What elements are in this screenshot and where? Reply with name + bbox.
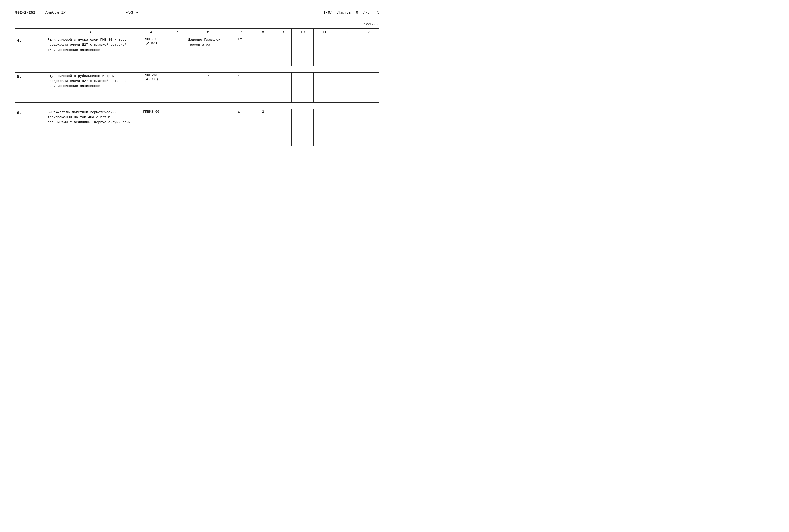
code-cell: ЯПП-I5 (АI52) (134, 36, 169, 66)
sheet-num: 5 (377, 11, 380, 15)
col-header-10: IO (292, 28, 314, 36)
col12-cell (335, 72, 358, 102)
unit-cell: шт. (230, 109, 252, 146)
col9-cell (274, 72, 291, 102)
col5-cell (169, 72, 186, 102)
description-cell: Ящик силовой с пускателем ПНВ-30 и тремя… (46, 36, 134, 66)
supplier-cell: Изделие Главэлек-тромонта-жа (186, 36, 230, 66)
table-header-row: I 2 3 4 5 6 7 8 9 IO II I2 I3 (15, 28, 380, 36)
col-header-4: 4 (134, 28, 169, 36)
table-container: I 2 3 4 5 6 7 8 9 IO II I2 I3 4. Ящик (15, 28, 380, 159)
supplier-cell: -"- (186, 72, 230, 102)
qty-cell: I (252, 36, 274, 66)
page-separator: -53 - (126, 10, 138, 15)
unit-cell: шт. (230, 36, 252, 66)
col11-cell (313, 109, 335, 146)
col-header-12: I2 (335, 28, 358, 36)
col-header-11: II (313, 28, 335, 36)
header-right: I-9Л Листов 6 Лист 5 (324, 11, 380, 15)
col12-cell (335, 36, 358, 66)
spacer-row (15, 102, 380, 109)
code-cell: ЯРП-20 (А-I53) (134, 72, 169, 102)
col2-cell (33, 36, 46, 66)
row-num: 5. (15, 72, 33, 102)
album: Альбом IУ (45, 11, 65, 15)
col5-cell (169, 109, 186, 146)
form-number: 12217-05 (15, 22, 380, 26)
col9-cell (274, 109, 291, 146)
main-table: I 2 3 4 5 6 7 8 9 IO II I2 I3 4. Ящик (15, 28, 380, 159)
col-header-3: 3 (46, 28, 134, 36)
col-header-7: 7 (230, 28, 252, 36)
row-num: 6. (15, 109, 33, 146)
col10-cell (292, 72, 314, 102)
row-num: 4. (15, 36, 33, 66)
description-cell: Выключатель пакетный герметический трехп… (46, 109, 134, 146)
col-header-1: I (15, 28, 33, 36)
sheet-label: Лист (363, 11, 372, 15)
sheets-count: 6 (356, 11, 358, 15)
col-header-13: I3 (358, 28, 380, 36)
col10-cell (292, 36, 314, 66)
doc-number: 902-2-I5I (15, 11, 35, 15)
col-header-8: 8 (252, 28, 274, 36)
description-cell: Ящик силовой с рубильником и тремя предо… (46, 72, 134, 102)
table-row: 5. Ящик силовой с рубильником и тремя пр… (15, 72, 380, 102)
col13-cell (358, 109, 380, 146)
code-cell: ГПВМЗ-60 (134, 109, 169, 146)
col11-cell (313, 72, 335, 102)
col9-cell (274, 36, 291, 66)
col10-cell (292, 109, 314, 146)
col12-cell (335, 109, 358, 146)
col-header-5: 5 (169, 28, 186, 36)
spacer-row (15, 66, 380, 72)
qty-cell: I (252, 72, 274, 102)
col13-cell (358, 36, 380, 66)
col-header-2: 2 (33, 28, 46, 36)
col13-cell (358, 72, 380, 102)
table-row: 6. Выключатель пакетный герметический тр… (15, 109, 380, 146)
col11-cell (313, 36, 335, 66)
schema: I-9Л (324, 11, 332, 15)
table-row: 4. Ящик силовой с пускателем ПНВ-30 и тр… (15, 36, 380, 66)
qty-cell: 2 (252, 109, 274, 146)
spacer-row (15, 146, 380, 159)
col-header-6: 6 (186, 28, 230, 36)
col-header-9: 9 (274, 28, 291, 36)
col2-cell (33, 109, 46, 146)
supplier-cell (186, 109, 230, 146)
col5-cell (169, 36, 186, 66)
unit-cell: шт. (230, 72, 252, 102)
col2-cell (33, 72, 46, 102)
sheets-label: Листов (338, 11, 351, 15)
header: 902-2-I5I Альбом IУ -53 - I-9Л Листов 6 … (15, 10, 380, 15)
